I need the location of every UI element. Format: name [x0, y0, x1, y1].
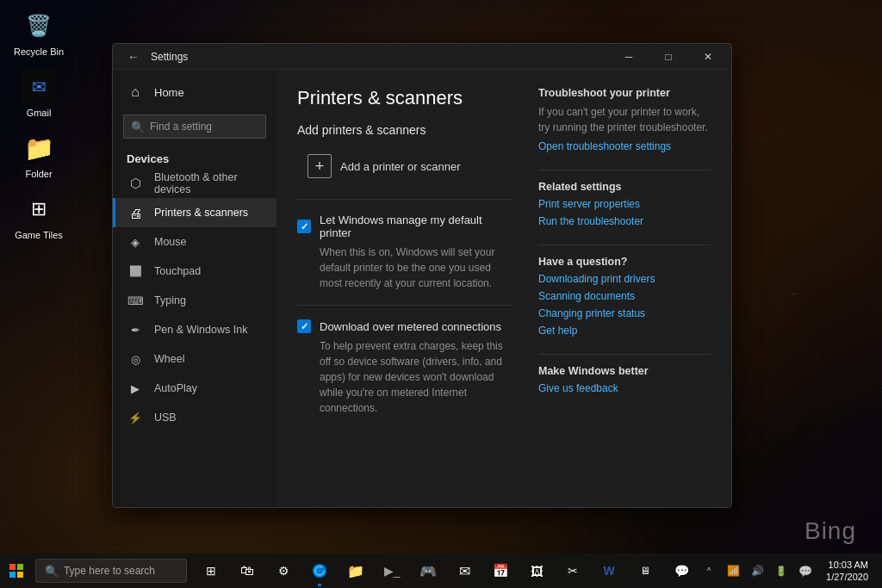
settings-sidebar: ⌂ Home 🔍 Devices ⬡ Bluetooth & other dev…: [113, 70, 276, 507]
recycle-bin-label: Recycle Bin: [14, 46, 64, 57]
sidebar-label-wheel: Wheel: [154, 353, 184, 365]
default-printer-checkbox[interactable]: ✓: [297, 220, 311, 233]
settings-window: ← Settings ─ □ ✕ ⌂ Home 🔍 Devices: [112, 43, 732, 508]
settings-taskbar-icon[interactable]: ⚙: [266, 554, 301, 588]
sidebar-label-mouse: Mouse: [154, 236, 187, 248]
troubleshoot-title: Troubleshoot your printer: [538, 87, 711, 99]
main-left-panel: Printers & scanners Add printers & scann…: [297, 87, 512, 490]
get-help-link[interactable]: Get help: [538, 325, 711, 337]
sidebar-item-pen[interactable]: ✒ Pen & Windows Ink: [113, 315, 276, 344]
title-bar: ← Settings ─ □ ✕: [113, 44, 731, 70]
print-server-properties-link[interactable]: Print server properties: [538, 198, 711, 210]
snip-icon[interactable]: ✂: [556, 554, 590, 588]
back-button[interactable]: ←: [123, 46, 144, 67]
tiles-icon: ⊞: [22, 192, 56, 226]
mouse-icon: ◈: [127, 236, 144, 249]
divider-1: [297, 199, 512, 200]
give-feedback-link[interactable]: Give us feedback: [538, 382, 711, 394]
add-section-title: Add printers & scanners: [297, 123, 512, 137]
xbox-icon[interactable]: 🎮: [411, 554, 445, 588]
troubleshoot-description: If you can't get your printer to work, t…: [538, 104, 711, 135]
svg-rect-2: [9, 572, 16, 578]
terminal-icon[interactable]: ▶_: [375, 554, 409, 588]
sidebar-label-usb: USB: [154, 412, 177, 424]
rdp-icon[interactable]: 🖥: [628, 554, 662, 588]
network-icon[interactable]: 📶: [723, 554, 743, 588]
metered-connections-checkbox[interactable]: ✓: [297, 319, 311, 333]
run-troubleshooter-link[interactable]: Run the troubleshooter: [538, 215, 711, 227]
add-button-label: Add a printer or scanner: [340, 160, 460, 173]
windows-logo-icon: [9, 564, 23, 578]
svg-rect-0: [9, 564, 16, 570]
calendar-icon[interactable]: 📅: [483, 554, 518, 588]
gmail-icon: ✉: [22, 70, 56, 104]
minimize-button[interactable]: ─: [609, 44, 649, 70]
mail-icon[interactable]: ✉: [447, 554, 481, 588]
sidebar-label-touchpad: Touchpad: [154, 265, 201, 277]
file-explorer-icon[interactable]: 📁: [339, 554, 373, 588]
add-icon: +: [307, 154, 332, 178]
changing-printer-status-link[interactable]: Changing printer status: [538, 307, 711, 319]
taskbar-search[interactable]: 🔍 Type here to search: [35, 559, 187, 583]
discord-icon[interactable]: 💬: [664, 554, 699, 588]
maximize-button[interactable]: □: [649, 44, 688, 70]
desktop-icon-folder[interactable]: 📁 Folder: [9, 131, 69, 179]
sidebar-item-usb[interactable]: ⚡ USB: [113, 403, 276, 432]
sidebar-item-bluetooth[interactable]: ⬡ Bluetooth & other devices: [113, 169, 276, 198]
taskbar-search-placeholder: Type here to search: [64, 565, 155, 577]
sidebar-search-input[interactable]: [150, 121, 276, 133]
sidebar-label-pen: Pen & Windows Ink: [154, 324, 247, 336]
svg-rect-3: [17, 572, 23, 578]
touchpad-icon: ⬜: [127, 265, 144, 277]
store-icon[interactable]: 🛍: [230, 554, 264, 588]
setting-default-printer-header: ✓ Let Windows manage my default printer: [297, 214, 512, 239]
taskbar: 🔍 Type here to search ⊞ 🛍 ⚙ 📁 ▶_ 🎮 ✉ 📅 🖼…: [0, 554, 882, 588]
search-icon: 🔍: [131, 121, 145, 133]
add-printer-button[interactable]: + Add a printer or scanner: [297, 147, 512, 185]
desktop-icon-recycle-bin[interactable]: 🗑️ Recycle Bin: [9, 9, 69, 57]
sidebar-item-printers[interactable]: 🖨 Printers & scanners: [113, 198, 276, 227]
scanning-documents-link[interactable]: Scanning documents: [538, 290, 711, 302]
clock-time: 10:03 AM: [829, 559, 868, 571]
desktop-icons: 🗑️ Recycle Bin ✉ Gmail 📁 Folder ⊞ Game T…: [9, 9, 69, 240]
desktop-icon-tiles[interactable]: ⊞ Game Tiles: [9, 192, 69, 240]
sidebar-label-printers: Printers & scanners: [154, 207, 248, 219]
usb-icon: ⚡: [127, 412, 144, 424]
edge-icon[interactable]: [302, 554, 337, 588]
folder-icon: 📁: [22, 131, 56, 165]
sidebar-section-header: Devices: [113, 145, 276, 169]
open-troubleshooter-link[interactable]: Open troubleshooter settings: [538, 140, 711, 152]
sidebar-search-container[interactable]: 🔍: [123, 115, 266, 139]
sidebar-item-touchpad[interactable]: ⬜ Touchpad: [113, 257, 276, 286]
sidebar-item-home[interactable]: ⌂ Home: [113, 77, 276, 108]
photos-icon[interactable]: 🖼: [519, 554, 554, 588]
home-label: Home: [154, 86, 184, 99]
word-icon[interactable]: W: [592, 554, 626, 588]
default-printer-desc: When this is on, Windows will set your d…: [297, 244, 512, 291]
sidebar-item-wheel[interactable]: ◎ Wheel: [113, 344, 276, 374]
edge-logo: [312, 563, 327, 579]
taskbar-pinned-icons: ⊞ 🛍 ⚙ 📁 ▶_ 🎮 ✉ 📅 🖼 ✂ W 🖥 💬: [194, 554, 699, 588]
autoplay-icon: ▶: [127, 382, 144, 395]
sidebar-item-typing[interactable]: ⌨ Typing: [113, 286, 276, 315]
question-title: Have a question?: [538, 256, 711, 268]
gmail-label: Gmail: [27, 108, 52, 118]
make-better-title: Make Windows better: [538, 365, 711, 377]
start-button[interactable]: [0, 554, 34, 588]
downloading-print-drivers-link[interactable]: Downloading print drivers: [538, 273, 711, 285]
close-button[interactable]: ✕: [688, 44, 728, 70]
settings-content: ⌂ Home 🔍 Devices ⬡ Bluetooth & other dev…: [113, 70, 731, 507]
folder-label: Folder: [25, 169, 52, 179]
sidebar-item-mouse[interactable]: ◈ Mouse: [113, 227, 276, 257]
battery-icon[interactable]: 🔋: [771, 554, 792, 588]
task-view-button[interactable]: ⊞: [194, 554, 228, 588]
taskbar-clock[interactable]: 10:03 AM 1/27/2020: [819, 554, 875, 588]
sidebar-label-bluetooth: Bluetooth & other devices: [154, 171, 263, 195]
desktop-icon-gmail[interactable]: ✉ Gmail: [9, 70, 69, 118]
page-title: Printers & scanners: [297, 87, 512, 109]
notification-icon[interactable]: 💬: [795, 554, 816, 588]
volume-icon[interactable]: 🔊: [747, 554, 767, 588]
troubleshoot-section: Troubleshoot your printer If you can't g…: [538, 87, 711, 152]
sidebar-item-autoplay[interactable]: ▶ AutoPlay: [113, 374, 276, 403]
tray-chevron[interactable]: ^: [699, 554, 719, 588]
